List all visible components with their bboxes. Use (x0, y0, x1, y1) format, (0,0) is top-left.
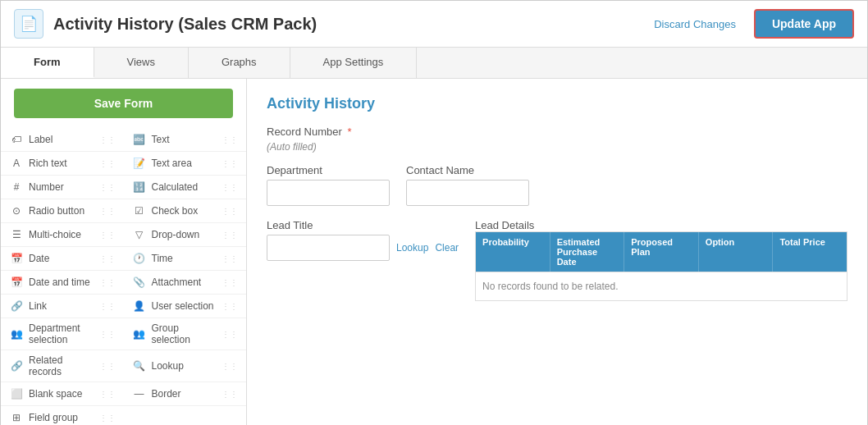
clear-link[interactable]: Clear (435, 242, 459, 254)
link-icon: 🔗 (9, 299, 24, 313)
sidebar-item-blank-space[interactable]: ⬜ Blank space ⋮⋮ (1, 382, 124, 406)
drop-down-icon: ▽ (132, 227, 147, 242)
drag-handle: ⋮⋮ (222, 135, 238, 144)
time-icon: 🕐 (132, 251, 147, 266)
save-form-button[interactable]: Save Form (14, 89, 233, 118)
check-box-icon: ☑ (132, 203, 147, 218)
date-icon: 📅 (9, 251, 24, 266)
sidebar-item-rich-text[interactable]: A Rich text ⋮⋮ (1, 152, 124, 176)
sidebar-item-date-and-time[interactable]: 📅 Date and time ⋮⋮ (1, 271, 124, 295)
tabs-bar: Form Views Graphs App Settings (1, 48, 867, 79)
lead-input-row: Lookup Clear (267, 235, 459, 261)
header-actions: Discard Changes Update App (646, 9, 854, 39)
document-icon: 📄 (20, 15, 38, 33)
field-group-icon: ⊞ (9, 410, 24, 425)
col-option: Option (699, 232, 774, 272)
lead-details-section: Lead Details Probability Estimated Purch… (475, 219, 847, 301)
user-selection-icon: 👤 (132, 299, 147, 313)
text-area-icon: 📝 (132, 156, 147, 171)
radio-button-icon: ⊙ (9, 203, 24, 218)
app-icon: 📄 (14, 9, 43, 39)
form-title: Activity History (267, 95, 847, 112)
drag-handle: ⋮⋮ (99, 330, 116, 339)
sidebar-item-radio-button[interactable]: ⊙ Radio button ⋮⋮ (1, 199, 124, 223)
rich-text-icon: A (9, 156, 24, 171)
sidebar-item-calculated[interactable]: 🔢 Calculated ⋮⋮ (124, 176, 247, 199)
drag-handle: ⋮⋮ (222, 159, 238, 168)
drag-handle: ⋮⋮ (99, 254, 116, 263)
drag-handle: ⋮⋮ (99, 362, 116, 371)
tab-views[interactable]: Views (94, 48, 189, 78)
sidebar-item-multi-choice[interactable]: ☰ Multi-choice ⋮⋮ (1, 223, 124, 247)
sidebar-item-department-selection[interactable]: 👥 Department selection ⋮⋮ (1, 318, 124, 350)
main-content: Save Form 🏷 Label ⋮⋮ 🔤 Text ⋮⋮ A Rich te… (1, 79, 867, 425)
sidebar-item-field-group[interactable]: ⊞ Field group ⋮⋮ (1, 406, 124, 425)
date-and-time-icon: 📅 (9, 275, 24, 290)
tab-graphs[interactable]: Graphs (189, 48, 290, 78)
sidebar-item-time[interactable]: 🕐 Time ⋮⋮ (124, 247, 247, 271)
tab-app-settings[interactable]: App Settings (290, 48, 418, 78)
col-probability: Probability (476, 232, 550, 272)
contact-name-group: Contact Name (406, 164, 529, 206)
sidebar-item-user-selection[interactable]: 👤 User selection ⋮⋮ (124, 295, 247, 318)
sidebar-item-attachment[interactable]: 📎 Attachment ⋮⋮ (124, 271, 247, 295)
drag-handle: ⋮⋮ (99, 207, 116, 216)
sidebar-item-check-box[interactable]: ☑ Check box ⋮⋮ (124, 199, 247, 223)
department-group: Department (267, 164, 390, 206)
drag-handle: ⋮⋮ (99, 302, 116, 311)
sidebar: Save Form 🏷 Label ⋮⋮ 🔤 Text ⋮⋮ A Rich te… (1, 79, 247, 425)
calculated-icon: 🔢 (132, 180, 147, 194)
drag-handle: ⋮⋮ (99, 159, 116, 168)
header: 📄 Activity History (Sales CRM Pack) Disc… (1, 1, 867, 48)
lead-details-label: Lead Details (475, 219, 534, 231)
sidebar-item-border[interactable]: — Border ⋮⋮ (124, 382, 247, 406)
drag-handle: ⋮⋮ (99, 135, 116, 144)
lead-table-header: Probability Estimated Purchase Date Prop… (476, 232, 847, 272)
sidebar-item-related-records[interactable]: 🔗 Related records ⋮⋮ (1, 350, 124, 382)
department-contact-row: Department Contact Name (267, 164, 847, 206)
sidebar-item-date[interactable]: 📅 Date ⋮⋮ (1, 247, 124, 271)
lead-title-label: Lead Title (267, 219, 459, 231)
drag-handle: ⋮⋮ (99, 231, 116, 240)
drag-handle: ⋮⋮ (222, 254, 238, 263)
drag-handle: ⋮⋮ (99, 278, 116, 287)
lead-details-table: Probability Estimated Purchase Date Prop… (475, 231, 847, 301)
sidebar-item-link[interactable]: 🔗 Link ⋮⋮ (1, 295, 124, 318)
group-selection-icon: 👥 (132, 327, 147, 341)
col-proposed-plan: Proposed Plan (624, 232, 699, 272)
drag-handle: ⋮⋮ (222, 183, 238, 192)
required-star: * (347, 126, 351, 138)
contact-name-input[interactable] (406, 180, 529, 206)
sidebar-item-text[interactable]: 🔤 Text ⋮⋮ (124, 128, 247, 152)
discard-changes-button[interactable]: Discard Changes (646, 13, 744, 35)
drag-handle: ⋮⋮ (99, 390, 116, 399)
sidebar-item-drop-down[interactable]: ▽ Drop-down ⋮⋮ (124, 223, 247, 247)
sidebar-item-group-selection[interactable]: 👥 Group selection ⋮⋮ (124, 318, 247, 350)
multi-choice-icon: ☰ (9, 227, 24, 242)
header-left: 📄 Activity History (Sales CRM Pack) (14, 9, 317, 39)
drag-handle: ⋮⋮ (222, 330, 238, 339)
sidebar-items: 🏷 Label ⋮⋮ 🔤 Text ⋮⋮ A Rich text ⋮⋮ 📝 Te… (1, 128, 246, 425)
sidebar-item-text-area[interactable]: 📝 Text area ⋮⋮ (124, 152, 247, 176)
blank-space-icon: ⬜ (9, 386, 24, 401)
tab-form[interactable]: Form (1, 48, 94, 78)
related-records-icon: 🔗 (9, 359, 24, 373)
sidebar-item-number[interactable]: # Number ⋮⋮ (1, 176, 124, 199)
drag-handle: ⋮⋮ (222, 231, 238, 240)
department-input[interactable] (267, 180, 390, 206)
sidebar-item-label[interactable]: 🏷 Label ⋮⋮ (1, 128, 124, 152)
drag-handle: ⋮⋮ (222, 362, 238, 371)
sidebar-item-lookup[interactable]: 🔍 Lookup ⋮⋮ (124, 350, 247, 382)
lookup-link[interactable]: Lookup (396, 242, 428, 254)
update-app-button[interactable]: Update App (754, 9, 854, 39)
drag-handle: ⋮⋮ (222, 278, 238, 287)
department-label: Department (267, 164, 390, 176)
text-icon: 🔤 (132, 132, 147, 147)
record-number-label: Record Number (267, 126, 342, 138)
app-container: 📄 Activity History (Sales CRM Pack) Disc… (0, 0, 868, 425)
contact-name-label: Contact Name (406, 164, 529, 176)
drag-handle: ⋮⋮ (222, 302, 238, 311)
page-title: Activity History (Sales CRM Pack) (53, 15, 317, 34)
lead-title-input[interactable] (267, 235, 390, 261)
form-area: Activity History Record Number * (Auto f… (247, 79, 867, 425)
